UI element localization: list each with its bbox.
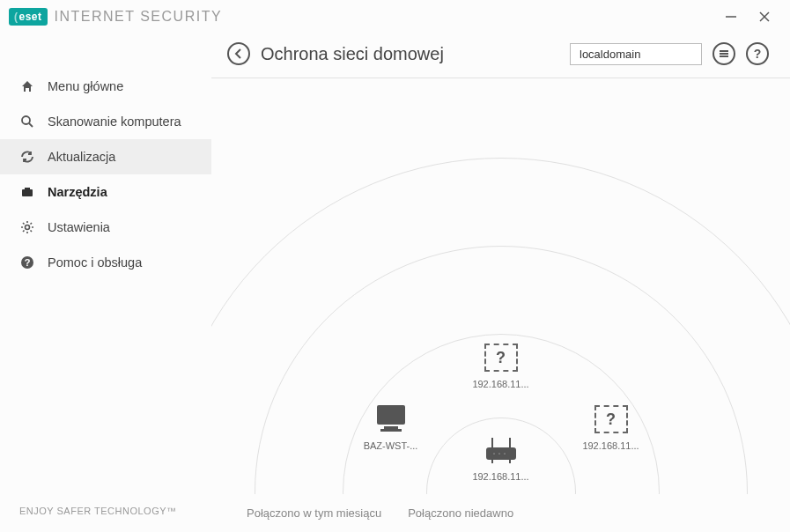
network-selector[interactable]: localdomain (570, 43, 702, 65)
nav-label: Ustawienia (48, 220, 110, 234)
page-title: Ochrona sieci domowej (261, 44, 444, 64)
close-button[interactable] (758, 11, 771, 23)
device-router[interactable]: 192.168.11... (461, 432, 541, 482)
nav-label: Menu główne (48, 79, 123, 93)
svg-point-17 (498, 453, 500, 455)
nav-help[interactable]: ? Pomoc i obsługa (0, 245, 211, 280)
unknown-device-icon: ? (482, 340, 521, 375)
svg-rect-5 (22, 189, 33, 196)
nav-home[interactable]: Menu główne (0, 69, 211, 104)
nav-tools[interactable]: Narzędzia (0, 174, 211, 210)
minimize-button[interactable] (725, 11, 737, 23)
brand-logo: eset INTERNET SECURITY (9, 8, 222, 26)
list-view-button[interactable] (712, 42, 735, 65)
network-sonar: 192.168.11... To urządze... ? 192.168.11… (211, 78, 790, 494)
back-button[interactable] (227, 42, 250, 65)
brand-badge: eset (9, 8, 48, 26)
nav-label: Skanowanie komputera (48, 115, 181, 129)
question-icon: ? (19, 255, 35, 270)
router-icon (482, 432, 521, 468)
home-icon (19, 79, 35, 93)
svg-rect-6 (25, 188, 30, 189)
svg-rect-26 (380, 429, 402, 432)
device-label: 192.168.11... (472, 379, 528, 389)
device-label: 192.168.11... (472, 471, 528, 482)
svg-rect-25 (384, 426, 398, 429)
device-pc[interactable]: BAZ-WST-... (351, 402, 431, 451)
legend: Połączono w tym miesiącu Połączono nieda… (211, 494, 790, 532)
tagline: ENJOY SAFER TECHNOLOGY™ (0, 490, 211, 532)
unknown-device-icon: ? (592, 402, 631, 437)
svg-line-4 (29, 123, 33, 127)
legend-recent: Połączono niedawno (408, 506, 513, 520)
search-icon (19, 115, 35, 129)
title-bar: eset INTERNET SECURITY (0, 0, 790, 33)
device-unknown-2[interactable]: ? 192.168.11... (572, 402, 651, 451)
svg-point-16 (492, 453, 495, 455)
svg-point-3 (22, 116, 30, 124)
sidebar: Menu główne Skanowanie komputera Aktuali… (0, 33, 211, 532)
svg-rect-24 (377, 405, 405, 425)
brand-product: INTERNET SECURITY (55, 9, 223, 25)
svg-point-18 (503, 453, 506, 455)
device-unknown-1[interactable]: ? 192.168.11... (461, 340, 541, 389)
nav-label: Pomoc i obsługa (48, 255, 142, 270)
legend-month: Połączono w tym miesiącu (247, 506, 381, 520)
window-controls (725, 11, 781, 23)
nav-settings[interactable]: Ustawienia (0, 210, 211, 245)
svg-point-7 (26, 225, 30, 230)
nav-scan[interactable]: Skanowanie komputera (0, 104, 211, 139)
nav-update[interactable]: Aktualizacja (0, 139, 211, 174)
nav-label: Narzędzia (48, 185, 107, 199)
monitor-icon (372, 402, 410, 437)
gear-icon (19, 220, 35, 234)
svg-text:?: ? (25, 257, 31, 268)
page-header: Ochrona sieci domowej localdomain ? (211, 33, 790, 78)
help-button[interactable]: ? (746, 42, 769, 65)
briefcase-icon (19, 185, 35, 199)
nav-label: Aktualizacja (48, 150, 115, 164)
device-label: BAZ-WST-... (364, 440, 418, 451)
device-label: 192.168.11... (582, 440, 639, 451)
refresh-icon (19, 150, 35, 164)
